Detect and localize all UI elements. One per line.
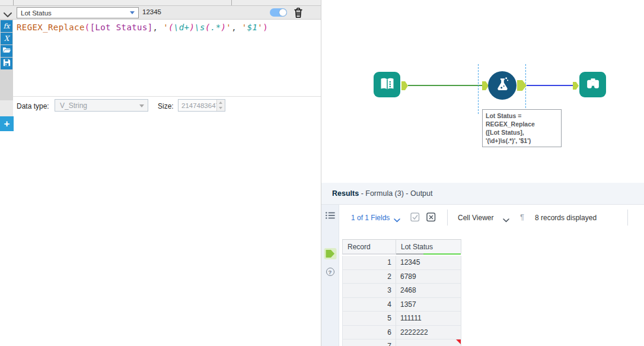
- select-fields-icon[interactable]: [410, 212, 420, 224]
- size-label: Size:: [158, 102, 174, 110]
- results-panel: Results - Formula (3) - Output ? 1 of 1 …: [321, 183, 644, 346]
- record-cell[interactable]: 4: [342, 298, 396, 312]
- cell-marker-icon: [456, 339, 461, 344]
- open-folder-icon: [2, 46, 11, 56]
- lot-status-cell[interactable]: [396, 339, 461, 346]
- config-top-strip: [0, 0, 321, 6]
- fx-icon: fx: [3, 23, 9, 30]
- formula-tool[interactable]: [488, 71, 517, 100]
- record-cell[interactable]: 2: [342, 270, 396, 284]
- lot-status-cell[interactable]: 6789: [396, 270, 461, 284]
- chevron-down-icon[interactable]: [4, 9, 12, 15]
- data-tag-icon[interactable]: [324, 248, 336, 259]
- record-cell[interactable]: 6: [342, 326, 396, 340]
- formula-field-row: Lot Status 12345: [0, 6, 321, 20]
- results-toolbar: 1 of 1 Fields Cell Viewer ¶ 8 records di…: [339, 205, 644, 233]
- lot-status-cell[interactable]: 12345: [396, 256, 461, 270]
- record-cell[interactable]: 1: [342, 256, 396, 270]
- connection-green: [408, 85, 482, 86]
- data-type-label: Data type:: [17, 102, 49, 110]
- header-underline-gray: [396, 253, 423, 255]
- lot-status-cell[interactable]: 111111: [396, 312, 461, 326]
- browse-tool[interactable]: [579, 72, 606, 97]
- annotation-line: '(\d+)\s(.*)', '$1'): [486, 137, 558, 145]
- size-input[interactable]: 2147483647: [178, 99, 225, 112]
- selection-dash-left: [478, 64, 479, 114]
- dropdown-arrow-icon: [130, 11, 135, 14]
- trash-icon[interactable]: [293, 7, 304, 18]
- column-header-label: Lot Status: [401, 243, 433, 251]
- toolbar-separator: [447, 209, 448, 226]
- selection-dash-right: [525, 64, 526, 114]
- add-column-button[interactable]: +: [0, 116, 14, 131]
- deselect-fields-icon[interactable]: [426, 212, 436, 224]
- input-data-tool[interactable]: [374, 72, 400, 97]
- table-row[interactable]: 112345: [342, 256, 461, 270]
- spinner-down-icon: [219, 107, 222, 109]
- results-table: Record Lot Status 1123452678932468413575…: [342, 239, 461, 346]
- spinner-control[interactable]: [216, 100, 225, 111]
- toolbar-separator: [627, 209, 628, 226]
- results-side-toolbar: ?: [321, 205, 339, 346]
- save-icon: [3, 59, 11, 68]
- table-header-row: Record Lot Status: [342, 239, 461, 255]
- header-underline-green: [423, 253, 461, 255]
- lot-status-cell[interactable]: 1357: [396, 298, 461, 312]
- record-cell[interactable]: 3: [342, 284, 396, 298]
- table-row[interactable]: 5111111: [342, 312, 461, 326]
- data-type-row: Data type: V_String Size: 2147483647: [0, 99, 321, 114]
- table-body: 1123452678932468413575111111622222227: [342, 256, 461, 346]
- column-header-lot-status[interactable]: Lot Status: [396, 239, 461, 255]
- size-value: 2147483647: [181, 102, 219, 109]
- toggle-knob: [279, 9, 286, 16]
- column-active-toggle[interactable]: [270, 8, 287, 17]
- lot-status-cell[interactable]: 2222222: [396, 326, 461, 340]
- chevron-down-icon[interactable]: [394, 216, 400, 224]
- records-displayed-label: 8 records displayed: [535, 214, 597, 222]
- column-divider: [13, 0, 14, 5]
- chevron-down-icon[interactable]: [503, 216, 509, 224]
- workflow-canvas[interactable]: Lot Status = REGEX_Replace ([Lot Status]…: [321, 0, 644, 183]
- lot-status-cell[interactable]: 2468: [396, 284, 461, 298]
- annotation-line: ([Lot Status],: [486, 128, 558, 137]
- table-row[interactable]: 32468: [342, 284, 461, 298]
- book-icon: [378, 75, 396, 94]
- expression-text: REGEX_Replace([Lot Status], '(\d+)\s(.*)…: [17, 23, 268, 32]
- table-row[interactable]: 7: [342, 339, 461, 346]
- table-row[interactable]: 26789: [342, 270, 461, 284]
- connection-blue: [527, 85, 573, 86]
- variables-icon: X: [4, 35, 9, 42]
- record-cell[interactable]: 7: [342, 339, 396, 346]
- formula-config-panel: Lot Status 12345 REGEX_Replace([Lot Stat…: [0, 0, 321, 346]
- output-column-dropdown[interactable]: Lot Status: [17, 7, 139, 18]
- expression-editor[interactable]: REGEX_Replace([Lot Status], '(\d+)\s(.*)…: [13, 20, 321, 97]
- data-type-value: V_String: [60, 101, 87, 110]
- functions-button[interactable]: fx: [1, 20, 12, 32]
- results-title: Results: [332, 189, 359, 198]
- table-row[interactable]: 62222222: [342, 326, 461, 340]
- save-expression-button[interactable]: [1, 58, 12, 69]
- results-header: Results - Formula (3) - Output: [321, 183, 644, 205]
- input-anchor[interactable]: [573, 82, 579, 90]
- whitespace-toggle-icon[interactable]: ¶: [520, 212, 524, 221]
- column-header-record[interactable]: Record: [342, 239, 396, 255]
- table-row[interactable]: 41357: [342, 298, 461, 312]
- spinner-up-icon: [219, 101, 222, 104]
- output-column-value: Lot Status: [21, 9, 52, 17]
- output-anchor[interactable]: [401, 81, 408, 90]
- fields-dropdown[interactable]: 1 of 1 Fields: [351, 214, 390, 222]
- dropdown-arrow-icon: [139, 104, 144, 107]
- results-subtitle: - Formula (3) - Output: [359, 189, 432, 198]
- column-divider: [231, 0, 232, 5]
- sample-value: 12345: [142, 8, 161, 15]
- record-cell[interactable]: 5: [342, 312, 396, 326]
- variables-button[interactable]: X: [1, 33, 12, 45]
- annotation-line: Lot Status =: [486, 112, 558, 120]
- help-icon[interactable]: ?: [326, 268, 334, 276]
- formula-annotation: Lot Status = REGEX_Replace ([Lot Status]…: [482, 109, 562, 147]
- list-icon[interactable]: [325, 211, 335, 222]
- data-type-dropdown[interactable]: V_String: [55, 99, 148, 112]
- open-expression-button[interactable]: [1, 45, 12, 57]
- annotation-line: REGEX_Replace: [486, 120, 558, 128]
- cell-viewer-dropdown[interactable]: Cell Viewer: [458, 214, 493, 222]
